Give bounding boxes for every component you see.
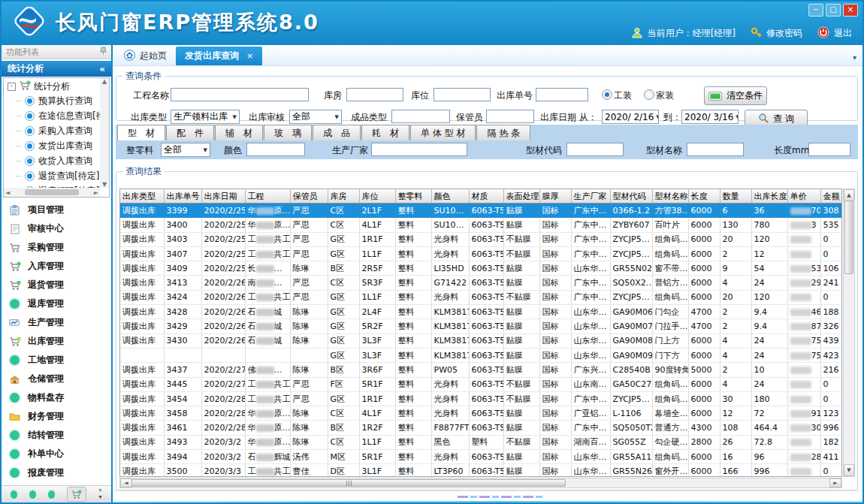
minimize-button[interactable]: − <box>808 4 823 17</box>
column-header[interactable]: 出库长度 <box>751 189 787 204</box>
scroll-down-icon[interactable]: ▼ <box>844 464 854 476</box>
manufacturer-input[interactable] <box>371 143 467 156</box>
sidebar-item-仓储管理[interactable]: 仓储管理 <box>2 370 111 388</box>
table-row[interactable]: 调拨出库33992020/2/25华原…严思C区2L1F整料SU10…6063-… <box>120 204 842 218</box>
maximize-button[interactable]: □ <box>826 4 841 17</box>
material-tab[interactable]: 配 件 <box>166 125 214 140</box>
table-row[interactable]: 调拨出库34302020/2/26石城陈琳G区3L3F整料KLM38176063… <box>120 333 842 348</box>
column-header[interactable]: 膜厚 <box>539 189 571 204</box>
footer-dot-icon[interactable] <box>29 490 36 499</box>
column-header[interactable]: 金额 <box>820 189 842 204</box>
whole-part-select[interactable]: 全部▼ <box>161 143 210 157</box>
sidebar-item-项目管理[interactable]: 项目管理 <box>2 201 111 219</box>
footer-dot-icon[interactable] <box>11 490 17 499</box>
table-row[interactable]: 调拨出库34242020/2/26工共工程严思G区1L1F整料光身料6063-T… <box>120 290 842 304</box>
industrial-radio[interactable] <box>602 89 612 100</box>
warehouse-input[interactable] <box>346 88 403 101</box>
audit-select[interactable]: 全部▼ <box>289 110 342 124</box>
table-row[interactable]: 调拨出库34452020/2/27工共工程严思F区5R1F整料光身料6063-T… <box>120 377 842 391</box>
tree-item[interactable]: 退货查询[待定] <box>4 168 109 183</box>
column-header[interactable]: 出库类型 <box>120 189 164 204</box>
order-no-input[interactable] <box>536 88 588 101</box>
product-type-input[interactable] <box>391 110 450 123</box>
table-row[interactable]: 调拨出库34372020/2/27佛…陈琳B区3R6F整料PW056063-T5… <box>120 363 842 377</box>
sidebar-item-补单中心[interactable]: 补单中心 <box>2 445 111 463</box>
table-row[interactable]: 调拨出库35002020/3/3工共工程曹佳D区3L1F整料LT3P606063… <box>120 464 842 477</box>
table-row[interactable]: 调拨出库34132020/2/26南…严思C区5R3F整料G714226063-… <box>120 276 842 290</box>
home-radio[interactable] <box>644 89 654 100</box>
table-row[interactable]: 调拨出库34932020/3/2华原…陈琳C区1L1F整料黑色塑料不贴膜国标湖南… <box>120 435 842 449</box>
column-header[interactable]: 数量 <box>720 189 751 204</box>
grid-vertical-scrollbar[interactable]: ▲ ▼ <box>843 189 855 477</box>
material-tab[interactable]: 成 品 <box>313 125 361 140</box>
column-header[interactable]: 出库日期 <box>201 189 245 204</box>
tab-home[interactable]: 起始页 <box>115 47 176 65</box>
tree-item[interactable]: 预算执行查询 <box>4 93 109 108</box>
clear-button[interactable]: 清空条件 <box>704 86 767 105</box>
column-header[interactable]: 库位 <box>359 189 395 204</box>
pin-icon[interactable] <box>100 47 107 57</box>
sidebar-item-入库管理[interactable]: 入库管理 <box>2 257 111 276</box>
column-header[interactable]: 型材名称 <box>652 189 688 204</box>
length-input[interactable] <box>808 143 850 156</box>
tree-horizontal-scrollbar[interactable]: ◄► <box>4 188 100 197</box>
section-header-statistics[interactable]: 统计分析 « <box>2 61 111 77</box>
footer-dot-icon[interactable] <box>48 490 55 499</box>
table-row[interactable]: 调拨出库34032020/2/25工共工程严思G区1R1F整料光身料6063-T… <box>120 232 842 246</box>
table-row[interactable]: 调拨出库34072020/2/25工共工程严思G区1L1F整料光身料6063-T… <box>120 246 842 261</box>
table-row[interactable]: G区3L3F整料KLM38176063-T5贴膜国标山东华…GA90M09.门下… <box>120 348 842 362</box>
sidebar-item-采购管理[interactable]: 采购管理 <box>2 238 111 257</box>
sidebar-item-物料盘存[interactable]: 物料盘存 <box>2 388 111 407</box>
tree-root[interactable]: - 统计分析 <box>4 78 109 93</box>
material-tab[interactable]: 耗 材 <box>361 125 409 140</box>
column-header[interactable]: 保管员 <box>290 189 328 204</box>
scroll-right-icon[interactable]: ► <box>829 478 841 487</box>
change-password-link[interactable]: 修改密码 <box>766 27 802 40</box>
profile-code-input[interactable] <box>566 143 624 156</box>
column-header[interactable]: 型材代码 <box>610 189 652 204</box>
column-header[interactable]: 工程 <box>245 189 290 204</box>
date-to-select[interactable]: 2020/ 3/16▼ <box>681 110 739 124</box>
column-header[interactable]: 生产厂家 <box>571 189 610 204</box>
project-name-input[interactable] <box>171 88 309 101</box>
material-tab[interactable]: 隔 热 条 <box>476 125 530 140</box>
table-row[interactable]: 调拨出库34092020/2/25长…陈琳B区2R5F整料LI35HD6063-… <box>120 261 842 276</box>
vertical-scroll-thumb[interactable] <box>844 201 853 274</box>
profile-name-input[interactable] <box>687 143 744 156</box>
keeper-input[interactable] <box>486 110 534 123</box>
scroll-up-icon[interactable]: ▲ <box>844 189 854 201</box>
tab-close-icon[interactable]: × <box>246 51 253 61</box>
column-header[interactable]: 库房 <box>328 189 359 204</box>
outbound-type-select[interactable]: 生产领料出库▼ <box>171 110 240 124</box>
material-tab[interactable]: 单 体 型 材 <box>410 125 476 140</box>
table-row[interactable]: 调拨出库34002020/2/25华原…严思C区4L1F整料SU10…6063-… <box>120 218 842 232</box>
tree-item[interactable]: 发货出库查询 <box>4 138 109 153</box>
tree-vertical-scrollbar[interactable]: ▲▼ <box>100 78 109 188</box>
table-row[interactable]: 调拨出库34282020/2/26石城陈琳G区2L4F整料KLM38176063… <box>120 305 842 319</box>
sidebar-item-出库管理[interactable]: 出库管理 <box>2 332 111 351</box>
scroll-left-icon[interactable]: ◄ <box>120 478 132 487</box>
grid-horizontal-scrollbar[interactable]: ◄ ► <box>119 478 842 488</box>
location-input[interactable] <box>434 88 491 101</box>
color-input[interactable] <box>246 143 305 156</box>
footer-more-button[interactable]: »▾ <box>98 487 102 501</box>
material-tab[interactable]: 辅 材 <box>215 125 263 140</box>
logout-button[interactable]: 退出 <box>834 27 852 40</box>
collapse-icon[interactable]: « <box>99 64 105 74</box>
tab-shipping-outbound-query[interactable]: 发货出库查询 × <box>176 47 262 65</box>
table-row[interactable]: 调拨出库34292020/2/26石城陈琳G区5R2F整料KLM38176063… <box>120 319 842 333</box>
sidebar-item-报废管理[interactable]: 报废管理 <box>2 463 111 482</box>
column-header[interactable]: 颜色 <box>431 189 469 204</box>
home-radio-label[interactable]: 家装 <box>656 89 674 102</box>
date-from-select[interactable]: 2020/ 2/16▼ <box>602 110 659 124</box>
column-header[interactable]: 长度 <box>688 189 720 204</box>
material-tab[interactable]: 型 材 <box>117 125 165 140</box>
sidebar-item-工地管理[interactable]: 工地管理 <box>2 351 111 370</box>
table-row[interactable]: 调拨出库34542020/2/28工共工程严思G区1R1F整料光身料6063-T… <box>120 391 842 406</box>
sidebar-item-财务管理[interactable]: 财务管理 <box>2 407 111 426</box>
table-row[interactable]: 调拨出库34582020/2/28华原…陈琳C区4L1F整料光身料6063-T5… <box>120 406 842 421</box>
column-header[interactable]: 表面处理 <box>503 189 539 204</box>
sidebar-item-退货管理[interactable]: 退货管理 <box>2 276 111 294</box>
sidebar-item-生产管理[interactable]: 生产管理 <box>2 313 111 332</box>
tree-item[interactable]: 采购入库查询 <box>4 123 109 138</box>
